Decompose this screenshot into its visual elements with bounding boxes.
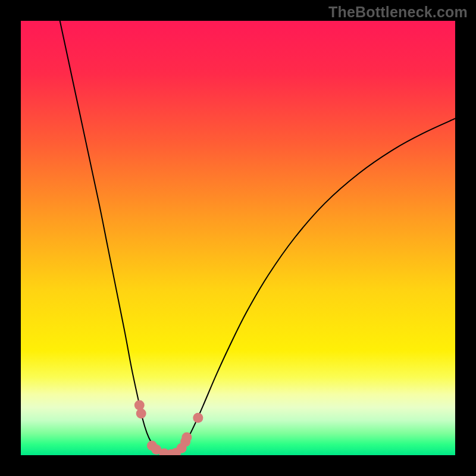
data-point-9 [181, 433, 192, 443]
chart-svg [0, 0, 476, 476]
gradient-plot-area [21, 21, 455, 455]
chart-canvas: TheBottleneck.com [0, 0, 476, 476]
data-point-1 [136, 408, 146, 418]
watermark-label: TheBottleneck.com [328, 4, 468, 21]
data-point-10 [193, 413, 203, 423]
